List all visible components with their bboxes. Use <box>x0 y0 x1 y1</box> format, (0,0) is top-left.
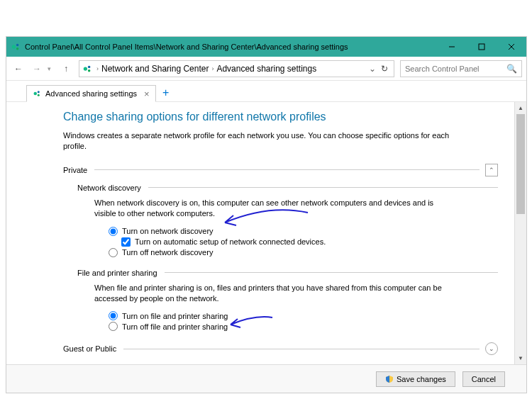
tab-label: Advanced sharing settings <box>45 89 137 98</box>
svg-point-9 <box>88 69 91 72</box>
window-title: Control Panel\All Control Panel Items\Ne… <box>25 43 437 51</box>
divider <box>94 169 480 170</box>
minimize-button[interactable] <box>437 37 467 57</box>
svg-point-12 <box>38 94 40 96</box>
subsection-network-discovery: Network discovery <box>77 184 498 192</box>
footer: Save changes Cancel <box>6 364 526 393</box>
search-box[interactable]: 🔍 <box>400 60 522 77</box>
nav-forward-button[interactable]: → <box>29 61 45 77</box>
radio-file-printer-on[interactable]: Turn on file and printer sharing <box>109 311 498 320</box>
collapse-button[interactable]: ⌃ <box>485 164 498 176</box>
address-bar[interactable]: › Network and Sharing Center › Advanced … <box>79 60 394 77</box>
network-icon <box>33 89 41 98</box>
control-panel-icon <box>11 42 21 52</box>
subsection-label: File and printer sharing <box>77 269 157 277</box>
scroll-thumb[interactable] <box>516 114 525 214</box>
svg-point-11 <box>38 91 40 93</box>
radio-file-printer-off[interactable]: Turn off file and printer sharing <box>109 322 498 331</box>
svg-rect-4 <box>479 44 484 50</box>
divider <box>123 349 480 349</box>
radio-network-discovery-on[interactable]: Turn on network discovery <box>109 227 498 236</box>
page-description: Windows creates a separate network profi… <box>63 130 460 152</box>
breadcrumb-item[interactable]: Advanced sharing settings <box>216 64 316 74</box>
section-label: Guest or Public <box>63 344 116 353</box>
save-changes-button[interactable]: Save changes <box>376 371 455 387</box>
svg-point-1 <box>16 44 19 47</box>
section-guest: Guest or Public ⌄ <box>63 342 498 355</box>
radio-network-discovery-off[interactable]: Turn off network discovery <box>109 248 498 257</box>
svg-point-0 <box>12 45 16 48</box>
shield-icon <box>385 375 394 383</box>
subsection-file-printer: File and printer sharing <box>77 269 498 277</box>
maximize-button[interactable] <box>467 37 497 57</box>
network-icon <box>82 64 92 74</box>
new-tab-button[interactable]: + <box>157 84 174 101</box>
address-dropdown[interactable]: ⌄ <box>367 64 378 74</box>
chevron-right-icon: › <box>211 65 214 72</box>
page-title: Change sharing options for different net… <box>63 111 498 123</box>
nav-back-button[interactable]: ← <box>11 61 26 77</box>
scroll-track[interactable] <box>515 114 526 352</box>
search-icon[interactable]: 🔍 <box>506 64 517 74</box>
divider <box>148 187 498 188</box>
divider <box>165 272 498 273</box>
chevron-right-icon: › <box>96 65 99 72</box>
svg-point-7 <box>84 67 87 70</box>
svg-point-2 <box>16 47 19 50</box>
window-frame: Control Panel\All Control Panel Items\Ne… <box>6 36 527 393</box>
scroll-up-button[interactable]: ▲ <box>515 102 526 114</box>
cancel-button[interactable]: Cancel <box>462 371 505 387</box>
search-input[interactable] <box>405 64 506 73</box>
subsection-description: When file and printer sharing is on, fil… <box>77 283 446 305</box>
tab-advanced-sharing[interactable]: Advanced sharing settings × <box>26 85 156 102</box>
navbar: ← → ▾ ↑ › Network and Sharing Center › A… <box>6 57 526 81</box>
expand-button[interactable]: ⌄ <box>485 342 498 355</box>
section-private: Private ⌃ <box>63 164 498 176</box>
tab-strip: Advanced sharing settings × + <box>6 81 526 102</box>
close-button[interactable] <box>497 37 526 57</box>
checkbox-auto-setup[interactable]: Turn on automatic setup of network conne… <box>109 237 498 247</box>
refresh-button[interactable]: ↻ <box>378 64 391 74</box>
nav-history-dropdown[interactable]: ▾ <box>48 65 56 72</box>
subsection-label: Network discovery <box>77 184 141 192</box>
subsection-description: When network discovery is on, this compu… <box>77 198 446 220</box>
svg-point-8 <box>88 65 91 68</box>
content-area: Change sharing options for different net… <box>6 102 526 364</box>
tab-close-button[interactable]: × <box>144 89 150 99</box>
vertical-scrollbar[interactable]: ▲ ▼ <box>514 102 526 364</box>
titlebar: Control Panel\All Control Panel Items\Ne… <box>6 37 526 57</box>
breadcrumb-item[interactable]: Network and Sharing Center <box>101 64 209 74</box>
nav-up-button[interactable]: ↑ <box>59 62 73 76</box>
scroll-down-button[interactable]: ▼ <box>515 352 526 364</box>
svg-point-10 <box>34 92 38 96</box>
section-label: Private <box>63 166 87 174</box>
